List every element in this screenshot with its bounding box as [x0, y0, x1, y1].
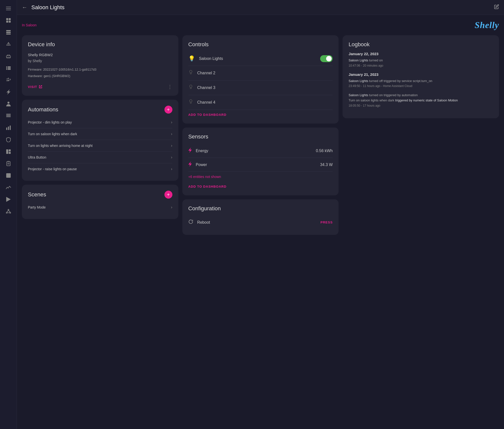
- breadcrumb[interactable]: In Saloon: [22, 23, 37, 27]
- topbar: ← Saloon Lights: [17, 0, 504, 15]
- sidebar-person-icon[interactable]: [3, 99, 13, 109]
- svg-rect-8: [6, 32, 11, 33]
- svg-rect-21: [6, 116, 11, 117]
- svg-point-18: [7, 102, 9, 104]
- reboot-press-button[interactable]: PRESS: [320, 220, 333, 224]
- svg-point-43: [190, 100, 192, 102]
- sidebar-ship-icon[interactable]: [3, 51, 13, 61]
- control-label-3: Channel 4: [197, 100, 333, 105]
- svg-point-35: [6, 212, 7, 213]
- chevron-icon-3: ›: [171, 155, 172, 160]
- svg-rect-26: [9, 149, 11, 151]
- chevron-icon-1: ›: [171, 132, 172, 136]
- device-info-title: Device info: [28, 41, 172, 48]
- sidebar-dashboard-icon[interactable]: [3, 15, 13, 25]
- sidebar-list-icon[interactable]: [3, 63, 13, 73]
- add-automation-button[interactable]: +: [164, 106, 172, 114]
- sidebar-menu-icon[interactable]: [3, 3, 13, 13]
- saloon-lights-toggle[interactable]: [320, 55, 333, 62]
- control-item-1: Channel 2: [188, 66, 333, 81]
- control-item-2: Channel 3: [188, 81, 333, 95]
- sidebar-layout-icon[interactable]: [3, 27, 13, 37]
- svg-rect-28: [7, 162, 10, 166]
- svg-rect-15: [8, 68, 11, 69]
- sidebar-items-icon[interactable]: [3, 111, 13, 121]
- svg-rect-17: [8, 69, 11, 70]
- content-area: In Saloon Shelly Device info Shelly RGBW…: [17, 15, 504, 429]
- automation-item-0[interactable]: Projector - dim lights on play ›: [28, 117, 172, 128]
- automation-item-3[interactable]: Ultra Button ›: [28, 152, 172, 163]
- log-date-1: January 21, 2023: [349, 72, 493, 77]
- svg-marker-33: [6, 197, 11, 202]
- scene-item-0[interactable]: Party Mode ›: [28, 202, 172, 213]
- sidebar-trends-icon[interactable]: [3, 182, 13, 192]
- chevron-icon-2: ›: [171, 143, 172, 148]
- log-entity-0: Saloon Lights: [349, 58, 368, 62]
- sidebar-clipboard-icon[interactable]: [3, 159, 13, 169]
- svg-line-40: [40, 86, 42, 87]
- control-item-0: 💡 Saloon Lights: [188, 52, 333, 66]
- reboot-icon: [188, 219, 193, 225]
- visit-button[interactable]: VISIT: [28, 85, 42, 89]
- log-action-1: turned off triggered by service script.t…: [369, 79, 432, 83]
- svg-rect-6: [9, 21, 11, 23]
- svg-rect-20: [6, 115, 11, 116]
- scenes-title: Scenes: [28, 191, 46, 198]
- log-time-2: 18:05:50 - 17 hours ago: [349, 104, 380, 107]
- main-grid: Device info Shelly RGBW2 by Shelly Firmw…: [22, 35, 499, 235]
- automation-label-2: Turn on lights when arriving home at nig…: [28, 144, 171, 148]
- svg-point-41: [190, 70, 192, 73]
- automation-item-1[interactable]: Turn on saloon lights when dark ›: [28, 128, 172, 140]
- svg-point-34: [8, 209, 9, 210]
- back-button[interactable]: ←: [22, 4, 27, 11]
- bulb-off-icon-2: [188, 84, 193, 91]
- device-by: by Shelly: [28, 58, 172, 64]
- automation-label-3: Ultra Button: [28, 155, 171, 159]
- more-options-button[interactable]: ⋮: [167, 84, 172, 90]
- log-action-2a: turned on triggered by automation: [369, 93, 418, 97]
- sidebar-hacs-icon[interactable]: H: [3, 171, 13, 180]
- sidebar-grid2-icon[interactable]: [3, 147, 13, 157]
- automations-title: Automations: [28, 106, 58, 113]
- controls-add-dashboard-button[interactable]: ADD TO DASHBOARD: [188, 110, 333, 118]
- sensors-add-dashboard-button[interactable]: ADD TO DASHBOARD: [188, 182, 333, 189]
- sidebar-chart-icon[interactable]: [3, 123, 13, 133]
- log-entity-2: Saloon Lights: [349, 93, 368, 97]
- scene-label-0: Party Mode: [28, 205, 171, 209]
- svg-rect-25: [6, 149, 8, 154]
- controls-title: Controls: [188, 41, 333, 48]
- column-3: Logbook January 22, 2023 Saloon Lights t…: [343, 35, 499, 118]
- sidebar-lightning-icon[interactable]: [3, 87, 13, 97]
- svg-rect-7: [6, 30, 11, 31]
- log-time-0: 10:47:06 - 20 minutes ago: [349, 64, 383, 67]
- sidebar-network-icon[interactable]: [3, 206, 13, 216]
- svg-rect-24: [10, 126, 11, 130]
- svg-rect-5: [6, 21, 8, 23]
- log-entity-1: Saloon Lights: [349, 79, 368, 83]
- svg-rect-27: [9, 152, 11, 154]
- svg-rect-4: [9, 18, 11, 20]
- svg-rect-3: [6, 18, 8, 20]
- sidebar-wind-icon[interactable]: [3, 75, 13, 85]
- logbook-card: Logbook January 22, 2023 Saloon Lights t…: [343, 35, 499, 118]
- more-entities-link[interactable]: +6 entities not shown: [188, 172, 333, 182]
- sidebar-play-icon[interactable]: [3, 194, 13, 204]
- automation-item-4[interactable]: Projector - raise lights on pause ›: [28, 163, 172, 175]
- svg-rect-1: [6, 8, 11, 9]
- edit-button[interactable]: [494, 4, 499, 10]
- automation-item-2[interactable]: Turn on lights when arriving home at nig…: [28, 140, 172, 152]
- log-entry-0: Saloon Lights turned on 10:47:06 - 20 mi…: [349, 58, 493, 68]
- control-label-1: Channel 2: [197, 71, 333, 75]
- sidebar-shield-icon[interactable]: [3, 135, 13, 145]
- automations-header: Automations +: [28, 106, 172, 114]
- bulb-off-icon-3: [188, 99, 193, 106]
- sidebar: H: [0, 0, 17, 429]
- scenes-card: Scenes + Party Mode ›: [22, 185, 178, 219]
- sidebar-boat-icon[interactable]: [3, 39, 13, 49]
- scene-chevron-0: ›: [171, 205, 172, 210]
- add-scene-button[interactable]: +: [164, 191, 172, 199]
- svg-rect-9: [6, 34, 11, 35]
- svg-rect-0: [6, 7, 11, 7]
- control-label-0: Saloon Lights: [199, 56, 320, 61]
- automation-label-1: Turn on saloon lights when dark: [28, 132, 171, 136]
